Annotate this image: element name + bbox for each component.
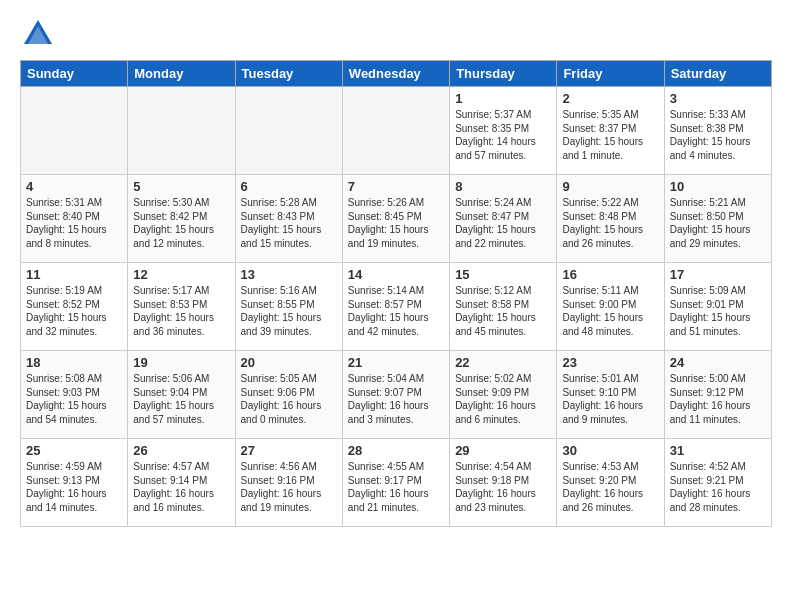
day-info: Sunrise: 5:19 AM Sunset: 8:52 PM Dayligh… [26,284,122,338]
day-number: 5 [133,179,229,194]
day-cell: 15Sunrise: 5:12 AM Sunset: 8:58 PM Dayli… [450,263,557,351]
day-info: Sunrise: 5:33 AM Sunset: 8:38 PM Dayligh… [670,108,766,162]
day-number: 15 [455,267,551,282]
logo [20,16,60,52]
day-number: 8 [455,179,551,194]
day-cell: 31Sunrise: 4:52 AM Sunset: 9:21 PM Dayli… [664,439,771,527]
weekday-header-saturday: Saturday [664,61,771,87]
day-cell: 12Sunrise: 5:17 AM Sunset: 8:53 PM Dayli… [128,263,235,351]
page: SundayMondayTuesdayWednesdayThursdayFrid… [0,0,792,543]
day-cell: 7Sunrise: 5:26 AM Sunset: 8:45 PM Daylig… [342,175,449,263]
day-info: Sunrise: 5:30 AM Sunset: 8:42 PM Dayligh… [133,196,229,250]
logo-icon [20,16,56,52]
day-info: Sunrise: 5:02 AM Sunset: 9:09 PM Dayligh… [455,372,551,426]
day-number: 10 [670,179,766,194]
day-cell: 1Sunrise: 5:37 AM Sunset: 8:35 PM Daylig… [450,87,557,175]
day-info: Sunrise: 5:04 AM Sunset: 9:07 PM Dayligh… [348,372,444,426]
day-cell: 27Sunrise: 4:56 AM Sunset: 9:16 PM Dayli… [235,439,342,527]
day-info: Sunrise: 4:54 AM Sunset: 9:18 PM Dayligh… [455,460,551,514]
day-info: Sunrise: 5:22 AM Sunset: 8:48 PM Dayligh… [562,196,658,250]
day-info: Sunrise: 5:24 AM Sunset: 8:47 PM Dayligh… [455,196,551,250]
day-number: 22 [455,355,551,370]
day-cell: 17Sunrise: 5:09 AM Sunset: 9:01 PM Dayli… [664,263,771,351]
day-cell: 19Sunrise: 5:06 AM Sunset: 9:04 PM Dayli… [128,351,235,439]
day-cell: 24Sunrise: 5:00 AM Sunset: 9:12 PM Dayli… [664,351,771,439]
day-cell: 3Sunrise: 5:33 AM Sunset: 8:38 PM Daylig… [664,87,771,175]
day-cell: 29Sunrise: 4:54 AM Sunset: 9:18 PM Dayli… [450,439,557,527]
week-row-2: 4Sunrise: 5:31 AM Sunset: 8:40 PM Daylig… [21,175,772,263]
day-cell: 30Sunrise: 4:53 AM Sunset: 9:20 PM Dayli… [557,439,664,527]
day-info: Sunrise: 4:57 AM Sunset: 9:14 PM Dayligh… [133,460,229,514]
day-info: Sunrise: 4:52 AM Sunset: 9:21 PM Dayligh… [670,460,766,514]
week-row-1: 1Sunrise: 5:37 AM Sunset: 8:35 PM Daylig… [21,87,772,175]
day-info: Sunrise: 5:35 AM Sunset: 8:37 PM Dayligh… [562,108,658,162]
week-row-5: 25Sunrise: 4:59 AM Sunset: 9:13 PM Dayli… [21,439,772,527]
day-cell: 10Sunrise: 5:21 AM Sunset: 8:50 PM Dayli… [664,175,771,263]
day-number: 6 [241,179,337,194]
day-info: Sunrise: 5:28 AM Sunset: 8:43 PM Dayligh… [241,196,337,250]
day-info: Sunrise: 4:56 AM Sunset: 9:16 PM Dayligh… [241,460,337,514]
day-number: 25 [26,443,122,458]
day-number: 27 [241,443,337,458]
day-info: Sunrise: 5:16 AM Sunset: 8:55 PM Dayligh… [241,284,337,338]
day-cell: 11Sunrise: 5:19 AM Sunset: 8:52 PM Dayli… [21,263,128,351]
day-number: 29 [455,443,551,458]
day-cell: 26Sunrise: 4:57 AM Sunset: 9:14 PM Dayli… [128,439,235,527]
day-cell: 13Sunrise: 5:16 AM Sunset: 8:55 PM Dayli… [235,263,342,351]
day-info: Sunrise: 5:21 AM Sunset: 8:50 PM Dayligh… [670,196,766,250]
day-info: Sunrise: 5:11 AM Sunset: 9:00 PM Dayligh… [562,284,658,338]
day-cell: 22Sunrise: 5:02 AM Sunset: 9:09 PM Dayli… [450,351,557,439]
day-number: 20 [241,355,337,370]
day-number: 2 [562,91,658,106]
day-info: Sunrise: 5:26 AM Sunset: 8:45 PM Dayligh… [348,196,444,250]
day-number: 17 [670,267,766,282]
day-number: 11 [26,267,122,282]
day-cell: 21Sunrise: 5:04 AM Sunset: 9:07 PM Dayli… [342,351,449,439]
day-cell: 9Sunrise: 5:22 AM Sunset: 8:48 PM Daylig… [557,175,664,263]
day-cell: 2Sunrise: 5:35 AM Sunset: 8:37 PM Daylig… [557,87,664,175]
day-number: 26 [133,443,229,458]
day-cell: 5Sunrise: 5:30 AM Sunset: 8:42 PM Daylig… [128,175,235,263]
day-info: Sunrise: 5:37 AM Sunset: 8:35 PM Dayligh… [455,108,551,162]
calendar-table: SundayMondayTuesdayWednesdayThursdayFrid… [20,60,772,527]
day-number: 31 [670,443,766,458]
day-cell: 6Sunrise: 5:28 AM Sunset: 8:43 PM Daylig… [235,175,342,263]
day-number: 13 [241,267,337,282]
day-info: Sunrise: 5:14 AM Sunset: 8:57 PM Dayligh… [348,284,444,338]
day-info: Sunrise: 5:09 AM Sunset: 9:01 PM Dayligh… [670,284,766,338]
week-row-3: 11Sunrise: 5:19 AM Sunset: 8:52 PM Dayli… [21,263,772,351]
weekday-header-friday: Friday [557,61,664,87]
day-cell: 14Sunrise: 5:14 AM Sunset: 8:57 PM Dayli… [342,263,449,351]
day-number: 1 [455,91,551,106]
weekday-header-wednesday: Wednesday [342,61,449,87]
day-number: 9 [562,179,658,194]
header [20,16,772,52]
weekday-header-tuesday: Tuesday [235,61,342,87]
day-info: Sunrise: 4:55 AM Sunset: 9:17 PM Dayligh… [348,460,444,514]
day-info: Sunrise: 4:53 AM Sunset: 9:20 PM Dayligh… [562,460,658,514]
day-number: 3 [670,91,766,106]
weekday-header-thursday: Thursday [450,61,557,87]
day-cell: 18Sunrise: 5:08 AM Sunset: 9:03 PM Dayli… [21,351,128,439]
day-cell: 8Sunrise: 5:24 AM Sunset: 8:47 PM Daylig… [450,175,557,263]
day-number: 30 [562,443,658,458]
day-number: 18 [26,355,122,370]
day-cell: 28Sunrise: 4:55 AM Sunset: 9:17 PM Dayli… [342,439,449,527]
day-number: 14 [348,267,444,282]
day-info: Sunrise: 4:59 AM Sunset: 9:13 PM Dayligh… [26,460,122,514]
weekday-header-monday: Monday [128,61,235,87]
day-info: Sunrise: 5:00 AM Sunset: 9:12 PM Dayligh… [670,372,766,426]
day-number: 19 [133,355,229,370]
day-info: Sunrise: 5:17 AM Sunset: 8:53 PM Dayligh… [133,284,229,338]
day-number: 4 [26,179,122,194]
day-cell: 4Sunrise: 5:31 AM Sunset: 8:40 PM Daylig… [21,175,128,263]
day-info: Sunrise: 5:12 AM Sunset: 8:58 PM Dayligh… [455,284,551,338]
day-number: 12 [133,267,229,282]
day-number: 24 [670,355,766,370]
day-info: Sunrise: 5:31 AM Sunset: 8:40 PM Dayligh… [26,196,122,250]
day-cell [235,87,342,175]
day-cell: 25Sunrise: 4:59 AM Sunset: 9:13 PM Dayli… [21,439,128,527]
day-info: Sunrise: 5:01 AM Sunset: 9:10 PM Dayligh… [562,372,658,426]
day-number: 16 [562,267,658,282]
day-info: Sunrise: 5:08 AM Sunset: 9:03 PM Dayligh… [26,372,122,426]
